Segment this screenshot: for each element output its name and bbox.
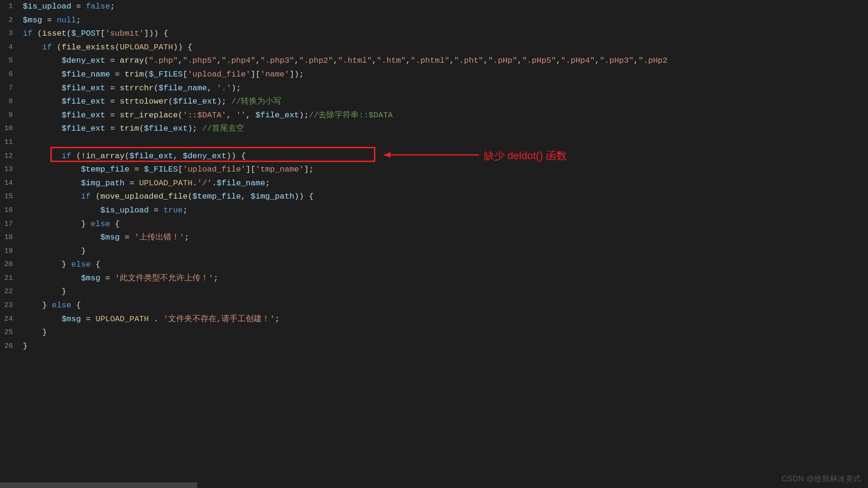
code-token: = xyxy=(149,206,163,215)
code-token: , xyxy=(333,56,338,65)
code-token: ".pht" xyxy=(454,56,483,65)
code-token: file_exists xyxy=(62,43,115,52)
code-token: ( xyxy=(188,192,192,201)
code-token xyxy=(23,206,100,215)
code-line[interactable]: $temp_file = $_FILES['upload_file']['tmp… xyxy=(23,163,868,177)
code-line[interactable]: $is_upload = true; xyxy=(23,204,868,218)
code-token: } xyxy=(23,247,86,256)
code-token xyxy=(23,43,42,52)
code-token: , xyxy=(406,56,410,65)
highlight-box xyxy=(50,147,375,162)
code-line[interactable]: $msg = UPLOAD_PATH . '文件夹不存在,请手工创建！'; xyxy=(23,313,868,326)
code-token: $file_name xyxy=(217,179,265,188)
code-token xyxy=(23,315,62,324)
code-token: trim xyxy=(120,124,139,133)
code-token: //转换为小写 xyxy=(231,97,281,106)
line-number: 26 xyxy=(0,340,16,354)
code-token: else xyxy=(71,260,91,269)
code-line[interactable]: if (isset($_POST['submit'])) { xyxy=(23,27,868,41)
code-line[interactable]: } xyxy=(23,340,868,354)
code-token: ".html" xyxy=(338,56,372,65)
code-token: $temp_file xyxy=(81,165,129,174)
code-line[interactable]: } xyxy=(23,326,868,340)
code-line[interactable]: if (file_exists(UPLOAD_PATH)) { xyxy=(23,41,868,55)
horizontal-scrollbar[interactable] xyxy=(0,482,197,488)
code-token: ".php3" xyxy=(260,56,294,65)
line-number: 15 xyxy=(0,190,16,204)
code-token: } xyxy=(23,287,67,296)
code-token: ".pHp3" xyxy=(600,56,633,65)
code-token: $msg xyxy=(23,16,42,25)
code-token xyxy=(23,97,62,106)
code-token: [ xyxy=(100,29,105,38)
code-token: array xyxy=(120,56,144,65)
code-token: ; xyxy=(183,206,188,215)
line-number: 14 xyxy=(0,177,16,191)
code-token: $_FILES xyxy=(144,165,178,174)
code-token: $file_ext xyxy=(62,124,105,133)
annotation-arrow-icon xyxy=(375,149,480,161)
code-token xyxy=(23,179,81,188)
code-token: strtolower xyxy=(120,97,168,106)
code-token: . xyxy=(192,179,197,188)
code-line[interactable]: $file_ext = trim($file_ext); //首尾去空 xyxy=(23,122,868,136)
code-token: ".pHp" xyxy=(488,56,517,65)
code-token: $file_ext xyxy=(256,111,299,120)
code-line[interactable]: $file_ext = str_ireplace('::$DATA', '', … xyxy=(23,109,868,123)
code-line[interactable]: if (move_uploaded_file($temp_file, $img_… xyxy=(23,190,868,204)
code-token: ".php4" xyxy=(221,56,255,65)
code-token: ; xyxy=(265,179,270,188)
code-token: , xyxy=(246,111,255,120)
code-token: move_uploaded_file xyxy=(100,192,188,201)
code-token: } xyxy=(23,301,52,310)
code-token: [ xyxy=(183,70,188,79)
code-token: . xyxy=(212,179,217,188)
code-line[interactable]: } else { xyxy=(23,218,868,231)
code-token: '.' xyxy=(217,84,231,93)
code-token: str_ireplace xyxy=(120,111,178,120)
code-token: [ xyxy=(178,165,182,174)
code-token: { xyxy=(71,301,81,310)
annotation-text: 缺少 deldot() 函数 xyxy=(484,149,567,163)
code-token: null xyxy=(57,16,76,25)
line-number: 24 xyxy=(0,313,16,326)
code-token: } xyxy=(23,220,91,229)
line-number: 12 xyxy=(0,150,16,163)
code-token: $file_name xyxy=(62,70,110,79)
code-line[interactable]: $msg = '上传出错！'; xyxy=(23,231,868,245)
code-line[interactable]: $is_upload = false; xyxy=(23,0,868,14)
code-token: false xyxy=(86,2,110,11)
line-number-gutter: 1234567891011121314151617181920212223242… xyxy=(0,0,16,488)
code-line[interactable]: $file_ext = strrchr($file_name, '.'); xyxy=(23,82,868,96)
code-line[interactable]: } else { xyxy=(23,258,868,272)
line-number: 19 xyxy=(0,245,16,258)
code-token: ); xyxy=(188,124,202,133)
code-token: ]); xyxy=(289,70,304,79)
code-token: $file_ext xyxy=(144,124,188,133)
code-token: ; xyxy=(184,233,189,242)
code-line[interactable]: $msg = null; xyxy=(23,14,868,28)
code-line[interactable]: $img_path = UPLOAD_PATH.'/'.$file_name; xyxy=(23,177,868,191)
code-token: , xyxy=(634,56,639,65)
code-token: $msg xyxy=(81,274,100,283)
code-line[interactable]: } xyxy=(23,245,868,258)
code-line[interactable]: $msg = '此文件类型不允许上传！'; xyxy=(23,272,868,286)
code-token: ); xyxy=(231,84,241,93)
code-token: ); xyxy=(217,97,231,106)
code-line[interactable]: } else { xyxy=(23,299,868,313)
code-token: = xyxy=(105,97,120,106)
code-line[interactable]: } xyxy=(23,285,868,299)
code-token: , xyxy=(256,56,260,65)
code-token: $file_ext xyxy=(173,97,217,106)
code-line[interactable]: $deny_ext = array(".php",".php5",".php4"… xyxy=(23,54,868,68)
code-token: $msg xyxy=(62,315,81,324)
code-token: strrchr xyxy=(120,84,153,93)
code-token xyxy=(23,84,62,93)
code-token: $is_upload xyxy=(23,2,71,11)
code-line[interactable]: $file_name = trim($_FILES['upload_file']… xyxy=(23,68,868,82)
code-line[interactable]: $file_ext = strtolower($file_ext); //转换为… xyxy=(23,95,868,109)
code-token: , xyxy=(595,56,600,65)
code-area[interactable]: $is_upload = false;$msg = null;if (isset… xyxy=(16,0,868,488)
code-token: if xyxy=(81,192,90,201)
code-token: ( xyxy=(67,29,71,38)
